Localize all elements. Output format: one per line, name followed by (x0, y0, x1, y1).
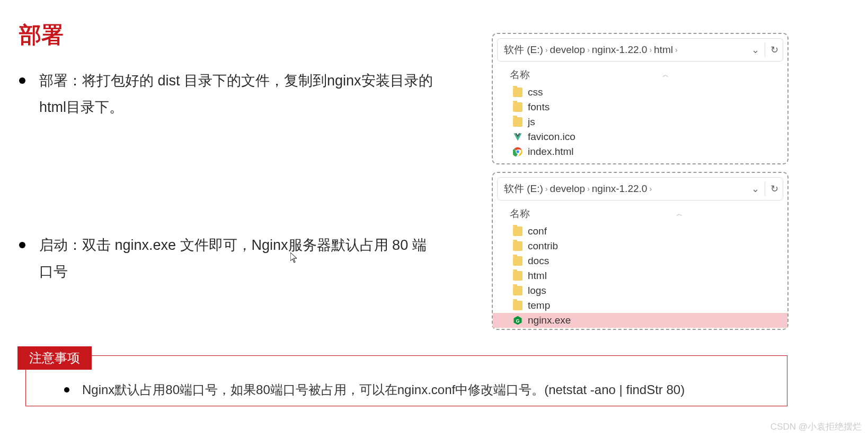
vue-icon (513, 132, 522, 142)
file-name: temp (528, 300, 550, 311)
bullet-dot (19, 77, 25, 84)
file-row[interactable]: css (510, 85, 787, 100)
chevron-right-icon: › (545, 185, 548, 193)
svg-point-2 (516, 150, 519, 153)
file-name: js (528, 116, 535, 128)
file-row[interactable]: conf (510, 224, 787, 239)
file-list: cssfontsjsfavicon.icoindex.html (493, 85, 787, 159)
file-name: nginx.exe (528, 315, 571, 326)
file-name: docs (528, 255, 549, 267)
nginx-icon: G (513, 316, 522, 325)
breadcrumb-bar: 软件 (E:)› develop› nginx-1.22.0› ⌄ ↻ (497, 177, 783, 200)
folder-icon (513, 226, 522, 236)
file-name: fonts (528, 101, 550, 113)
file-row[interactable]: contrib (510, 239, 787, 254)
file-explorer-html: 软件 (E:)› develop› nginx-1.22.0› html› ⌄ … (492, 33, 789, 164)
folder-icon (513, 241, 522, 251)
file-name: contrib (528, 240, 558, 252)
svg-text:G: G (516, 318, 519, 324)
folder-icon (513, 88, 522, 97)
file-name: logs (528, 285, 546, 297)
breadcrumb-segment[interactable]: 软件 (E:) (504, 182, 543, 196)
chevron-right-icon: › (545, 46, 548, 54)
breadcrumb-bar: 软件 (E:)› develop› nginx-1.22.0› html› ⌄ … (497, 38, 783, 62)
folder-icon (513, 271, 522, 281)
file-row[interactable]: logs (510, 283, 787, 298)
breadcrumb[interactable]: 软件 (E:)› develop› nginx-1.22.0› html› (501, 43, 748, 57)
refresh-icon[interactable]: ↻ (765, 42, 780, 57)
notice-box: 注意事项 Nginx默认占用80端口号，如果80端口号被占用，可以在nginx.… (25, 355, 787, 406)
column-header[interactable]: 名称 ︿ (493, 66, 787, 85)
breadcrumb-segment[interactable]: develop (550, 44, 586, 56)
file-row[interactable]: Gnginx.exe (493, 313, 787, 328)
bullet-item: 启动：双击 nginx.exe 文件即可，Nginx服务器默认占用 80 端口号 (19, 232, 438, 285)
notice-text: Nginx默认占用80端口号，如果80端口号被占用，可以在nginx.conf中… (82, 381, 685, 398)
breadcrumb-segment[interactable]: nginx-1.22.0 (592, 183, 648, 195)
bullet-text: 部署：将打包好的 dist 目录下的文件，复制到nginx安装目录的html目录… (39, 68, 438, 121)
file-name: index.html (528, 146, 574, 158)
chevron-right-icon: › (649, 185, 652, 193)
file-row[interactable]: index.html (510, 144, 787, 159)
folder-icon (513, 256, 522, 266)
column-name-label: 名称 (510, 207, 530, 221)
folder-icon (513, 286, 522, 295)
file-row[interactable]: js (510, 115, 787, 129)
file-name: css (528, 86, 543, 98)
folder-icon (513, 117, 522, 127)
chevron-down-icon[interactable]: ⌄ (748, 181, 763, 196)
breadcrumb-segment[interactable]: html (654, 44, 673, 56)
folder-icon (513, 102, 522, 112)
column-header[interactable]: 名称 ︿ (493, 205, 787, 224)
file-name: conf (528, 225, 547, 237)
bullet-item: 部署：将打包好的 dist 目录下的文件，复制到nginx安装目录的html目录… (19, 68, 438, 121)
chevron-down-icon[interactable]: ⌄ (748, 42, 763, 57)
chrome-icon (513, 147, 522, 156)
file-row[interactable]: html (510, 268, 787, 283)
page-title: 部署 (19, 20, 64, 50)
breadcrumb-segment[interactable]: nginx-1.22.0 (592, 44, 648, 56)
sort-arrow-icon: ︿ (662, 71, 669, 80)
file-name: html (528, 270, 547, 282)
notice-content: Nginx默认占用80端口号，如果80端口号被占用，可以在nginx.conf中… (26, 356, 787, 398)
chevron-right-icon: › (649, 46, 652, 54)
bullet-dot (64, 387, 69, 393)
file-row[interactable]: temp (510, 298, 787, 313)
breadcrumb-segment[interactable]: 软件 (E:) (504, 43, 543, 57)
file-explorer-root: 软件 (E:)› develop› nginx-1.22.0› ⌄ ↻ 名称 ︿… (492, 172, 789, 330)
folder-icon (513, 301, 522, 310)
breadcrumb-segment[interactable]: develop (550, 183, 586, 195)
chevron-right-icon: › (587, 185, 590, 193)
chevron-right-icon: › (587, 46, 590, 54)
file-row[interactable]: docs (510, 254, 787, 268)
refresh-icon[interactable]: ↻ (765, 181, 780, 196)
file-list: confcontribdocshtmllogstempGnginx.exe (493, 224, 787, 328)
column-name-label: 名称 (510, 68, 530, 82)
file-name: favicon.ico (528, 131, 575, 143)
bullet-text: 启动：双击 nginx.exe 文件即可，Nginx服务器默认占用 80 端口号 (39, 232, 438, 285)
chevron-right-icon: › (675, 46, 678, 54)
notice-tag: 注意事项 (17, 346, 92, 370)
watermark: CSDN @小袁拒绝摆烂 (770, 421, 862, 433)
file-row[interactable]: fonts (510, 100, 787, 115)
sort-arrow-icon: ︿ (676, 210, 683, 219)
file-row[interactable]: favicon.ico (510, 129, 787, 144)
bullet-dot (19, 242, 25, 248)
breadcrumb[interactable]: 软件 (E:)› develop› nginx-1.22.0› (501, 182, 748, 196)
